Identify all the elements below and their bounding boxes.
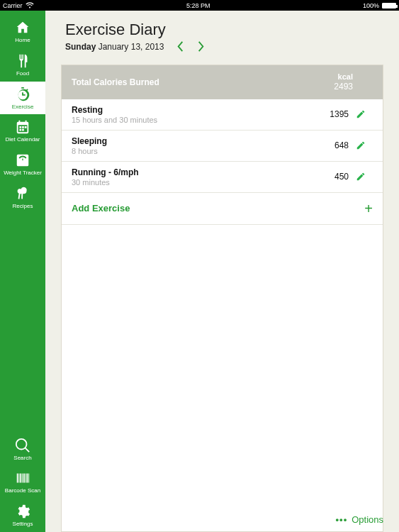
edit-entry-button[interactable] xyxy=(349,109,373,119)
sidebar-item-label: Food xyxy=(16,71,29,77)
chevron-right-icon xyxy=(197,41,205,52)
chevron-left-icon xyxy=(176,41,184,52)
entry-subtitle: 30 minutes xyxy=(72,178,309,187)
add-exercise-label: Add Exercise xyxy=(72,203,130,214)
totals-label: Total Calories Burned xyxy=(72,77,334,87)
sidebar: Home Food Exercise Diet Calendar xyxy=(0,11,45,532)
page-header: Exercise Diary Sunday January 13, 2013 xyxy=(45,11,399,57)
more-dots-icon: ••• xyxy=(336,514,348,525)
sidebar-item-recipes[interactable]: Recipes xyxy=(0,181,45,214)
entry-row[interactable]: Sleeping 8 hours 648 xyxy=(62,131,383,162)
sidebar-item-search[interactable]: Search xyxy=(0,433,45,466)
status-time: 5:28 PM xyxy=(186,2,210,9)
page-title: Exercise Diary xyxy=(65,21,379,39)
wifi-icon xyxy=(26,2,34,9)
sidebar-item-home[interactable]: Home xyxy=(0,15,45,48)
sidebar-item-exercise[interactable]: Exercise xyxy=(0,82,45,115)
edit-entry-button[interactable] xyxy=(349,172,373,182)
sidebar-item-label: Settings xyxy=(13,521,33,528)
add-exercise-button[interactable]: Add Exercise + xyxy=(62,193,383,225)
sidebar-item-label: Home xyxy=(15,38,30,44)
status-bar: Carrier 5:28 PM 100% xyxy=(0,0,399,11)
entry-value: 1395 xyxy=(309,109,349,119)
entry-title: Sleeping xyxy=(72,136,309,146)
sidebar-item-weight-tracker[interactable]: Weight Tracker xyxy=(0,148,45,181)
totals-value: 2493 xyxy=(334,82,353,92)
entry-title: Resting xyxy=(72,105,309,115)
search-icon xyxy=(15,438,30,453)
sidebar-item-label: Diet Calendar xyxy=(6,137,40,143)
fork-knife-icon xyxy=(15,53,30,69)
sidebar-item-food[interactable]: Food xyxy=(0,48,45,82)
options-button[interactable]: ••• Options xyxy=(336,514,383,525)
sidebar-item-settings[interactable]: Settings xyxy=(0,499,45,532)
plus-icon: + xyxy=(364,201,373,216)
barcode-icon xyxy=(15,470,30,486)
entry-title: Running - 6/mph xyxy=(72,167,309,177)
pencil-icon xyxy=(356,109,366,119)
entry-value: 450 xyxy=(309,172,349,182)
edit-entry-button[interactable] xyxy=(349,140,373,150)
gear-icon xyxy=(15,504,30,519)
header-date: Sunday January 13, 2013 xyxy=(65,42,164,52)
entry-value: 648 xyxy=(309,140,349,150)
stopwatch-icon xyxy=(15,87,30,102)
home-icon xyxy=(15,20,30,35)
date-next-button[interactable] xyxy=(197,41,205,52)
entry-row[interactable]: Running - 6/mph 30 minutes 450 xyxy=(62,162,383,193)
date-prev-button[interactable] xyxy=(176,41,184,52)
options-label: Options xyxy=(352,514,383,525)
empty-area xyxy=(62,225,383,531)
entry-row[interactable]: Resting 15 hours and 30 minutes 1395 xyxy=(62,99,383,131)
battery-icon xyxy=(382,3,396,9)
footer: ••• Options xyxy=(45,507,399,532)
sidebar-item-label: Weight Tracker xyxy=(4,170,42,177)
sidebar-item-label: Exercise xyxy=(12,104,34,111)
sidebar-item-label: Barcode Scan xyxy=(5,488,40,494)
entry-subtitle: 8 hours xyxy=(72,147,309,155)
sidebar-item-diet-calendar[interactable]: Diet Calendar xyxy=(0,114,45,148)
exercise-panel: Total Calories Burned kcal 2493 Resting … xyxy=(61,65,383,532)
recipes-icon xyxy=(15,186,30,201)
pencil-icon xyxy=(356,172,366,182)
totals-row: Total Calories Burned kcal 2493 xyxy=(62,65,383,99)
pencil-icon xyxy=(356,140,366,150)
sidebar-item-label: Recipes xyxy=(13,204,33,210)
scale-icon xyxy=(15,153,30,168)
calendar-icon xyxy=(15,119,30,135)
sidebar-item-label: Search xyxy=(13,455,31,462)
entry-subtitle: 15 hours and 30 minutes xyxy=(72,116,309,124)
status-carrier: Carrier xyxy=(3,2,23,9)
main-content: Exercise Diary Sunday January 13, 2013 T… xyxy=(45,11,399,532)
sidebar-item-barcode-scan[interactable]: Barcode Scan xyxy=(0,465,45,499)
status-battery-pct: 100% xyxy=(363,2,379,9)
totals-unit: kcal xyxy=(334,72,353,82)
